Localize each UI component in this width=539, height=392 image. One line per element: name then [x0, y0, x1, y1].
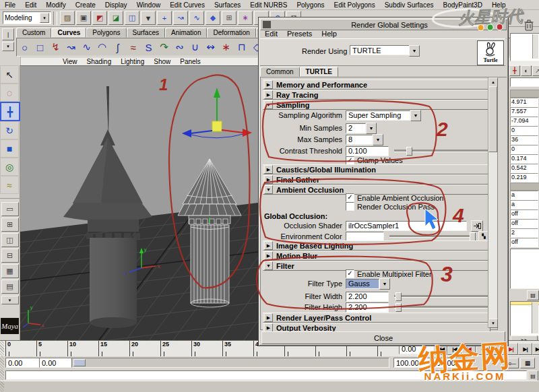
- shelf-tab[interactable]: Deformation: [207, 28, 255, 38]
- playback-start-field[interactable]: 0.00: [39, 358, 73, 368]
- tool-button[interactable]: ≈: [0, 176, 19, 194]
- shelf-icon[interactable]: ↷: [156, 40, 172, 55]
- panel-menu-item[interactable]: Show: [151, 58, 173, 65]
- drag-handle[interactable]: [0, 370, 4, 381]
- chevron-down-icon[interactable]: ▼: [410, 110, 421, 121]
- chevron-down-icon[interactable]: ▼: [373, 134, 383, 145]
- menu-item[interactable]: Create: [71, 1, 100, 9]
- sampling-algorithm-select[interactable]: Super Sampling: [346, 110, 410, 121]
- layout-button[interactable]: ▭: [1, 202, 19, 216]
- menu-item[interactable]: BodyPaint3D: [439, 1, 487, 9]
- chevron-down-icon[interactable]: ▼: [40, 13, 49, 23]
- range-start-field[interactable]: 0.00: [5, 358, 40, 368]
- section-memory[interactable]: ▶ Memory and Performance: [263, 79, 490, 90]
- collapse-arrow-icon[interactable]: ▶: [264, 80, 273, 89]
- scrollbar-thumb[interactable]: [488, 86, 497, 152]
- connect-node-icon[interactable]: [471, 220, 483, 232]
- range-end-field[interactable]: 100.00: [430, 358, 468, 368]
- command-line-input[interactable]: [5, 370, 527, 380]
- chevron-down-icon[interactable]: ▼: [379, 278, 390, 290]
- shelf-tab[interactable]: Surfaces: [127, 28, 165, 38]
- filter-width-slider[interactable]: [394, 295, 488, 298]
- shelf-icon[interactable]: ∗: [218, 40, 234, 55]
- status-icon-button[interactable]: ▼: [141, 11, 156, 25]
- panel-menu-item[interactable]: Lighting: [118, 58, 147, 65]
- transport-button[interactable]: ▶▶|: [532, 343, 539, 355]
- chevron-down-icon[interactable]: ▼: [366, 123, 377, 134]
- manipulator-center-handle[interactable]: [212, 121, 222, 131]
- contrast-threshold-slider[interactable]: [394, 150, 488, 152]
- render-occlusion-pass-checkbox[interactable]: [346, 202, 354, 211]
- dialog-menu-item[interactable]: Help: [317, 29, 342, 38]
- min-samples-select[interactable]: 2: [346, 123, 366, 133]
- script-editor-icon[interactable]: ▤: [528, 370, 538, 381]
- channel-box-icon-button[interactable]: ◐: [521, 65, 532, 76]
- shelf-icon[interactable]: ↝: [63, 40, 79, 55]
- enable-ambient-occlusion-checkbox[interactable]: ✓: [346, 193, 354, 202]
- chevron-down-icon[interactable]: ▼: [409, 45, 420, 57]
- collapse-arrow-icon[interactable]: ▶: [264, 241, 273, 250]
- tool-button[interactable]: ╋: [0, 102, 20, 121]
- menu-item[interactable]: Modify: [41, 1, 70, 9]
- channel-value-cell[interactable]: a: [510, 191, 538, 200]
- shelf-icon[interactable]: ◠: [94, 40, 110, 55]
- channel-value-cell[interactable]: 0.219: [510, 173, 538, 183]
- tool-button[interactable]: ■: [0, 139, 19, 158]
- channel-value-cell[interactable]: off: [510, 219, 538, 228]
- section-caustics[interactable]: ▶ Caustics/Global Illumination: [263, 164, 490, 174]
- shelf-icon[interactable]: ↯: [48, 40, 63, 55]
- section-ibl[interactable]: ▶ Image Based Lighting: [263, 240, 490, 251]
- status-icon-button[interactable]: ⊞: [222, 11, 236, 25]
- shelf-tab[interactable]: Polygons: [86, 28, 126, 38]
- channel-value-cell[interactable]: 0: [510, 145, 538, 154]
- time-tick[interactable]: 5: [36, 341, 67, 357]
- section-motion-blur[interactable]: ▶ Motion Blur: [263, 251, 490, 261]
- status-icon-button[interactable]: ◪: [108, 11, 123, 25]
- close-button[interactable]: Close: [261, 331, 505, 344]
- layout-button[interactable]: ⊟: [1, 249, 19, 263]
- collapse-arrow-icon[interactable]: ▶: [264, 90, 273, 99]
- channel-box-icon-button[interactable]: ↗: [532, 65, 539, 76]
- tool-button[interactable]: ↻: [0, 121, 19, 139]
- tool-button[interactable]: ◌: [0, 84, 19, 102]
- environment-color-slider[interactable]: [389, 235, 476, 238]
- drag-handle[interactable]: [0, 341, 4, 357]
- panel-menu-item[interactable]: Panels: [177, 58, 203, 65]
- panel-menu-item[interactable]: View: [60, 58, 80, 65]
- menu-item[interactable]: Window: [132, 1, 166, 9]
- channel-value-cell[interactable]: -7.094: [510, 117, 538, 126]
- channel-box-icon-button[interactable]: ╋: [509, 65, 520, 76]
- menu-set-selector[interactable]: Modeling ▼: [3, 11, 51, 24]
- scroll-down-icon[interactable]: ▼: [488, 319, 498, 328]
- time-tick[interactable]: 30: [191, 341, 222, 357]
- status-icon-button[interactable]: ◫: [125, 11, 139, 25]
- filter-width-field[interactable]: 2.200: [346, 292, 389, 302]
- channel-value-cell[interactable]: 7.557: [510, 107, 538, 117]
- clamp-values-checkbox[interactable]: ✓: [346, 156, 354, 165]
- occlusion-shader-field[interactable]: ilrOccSampler1: [346, 221, 467, 231]
- auto-key-icon[interactable]: ―o―: [501, 358, 519, 368]
- dialog-menu-item[interactable]: Presets: [282, 29, 317, 38]
- move-manipulator[interactable]: [182, 88, 252, 138]
- channel-value-cell[interactable]: off: [510, 209, 538, 219]
- layout-button[interactable]: ▦: [1, 264, 19, 278]
- menu-item[interactable]: Edit Curves: [165, 1, 210, 9]
- shelf-icon[interactable]: S: [141, 40, 156, 55]
- layout-button[interactable]: ⊞: [1, 218, 19, 232]
- shelf-menu-arrow-icon[interactable]: ▼: [2, 42, 14, 51]
- playback-end-field[interactable]: 100.00: [393, 358, 431, 368]
- menu-item[interactable]: Polygons: [292, 1, 329, 9]
- dialog-tab[interactable]: TURTLE: [300, 67, 338, 77]
- drag-handle[interactable]: [0, 381, 4, 392]
- scroll-up-icon[interactable]: ▲: [488, 77, 498, 87]
- render-using-select[interactable]: TURTLE: [350, 45, 413, 55]
- menu-item[interactable]: Subdiv Surfaces: [380, 1, 439, 9]
- menu-item[interactable]: Edit: [20, 1, 41, 9]
- shelf-icon[interactable]: □: [32, 40, 48, 55]
- collapse-arrow-icon[interactable]: ▶: [264, 165, 273, 174]
- status-icon-button[interactable]: ▨: [60, 11, 75, 25]
- menu-item[interactable]: File: [0, 1, 20, 9]
- section-final-gather[interactable]: ▶ Final Gather: [263, 174, 490, 185]
- status-icon-button[interactable]: ▣: [76, 11, 91, 25]
- mini-scrollbar[interactable]: [532, 34, 538, 59]
